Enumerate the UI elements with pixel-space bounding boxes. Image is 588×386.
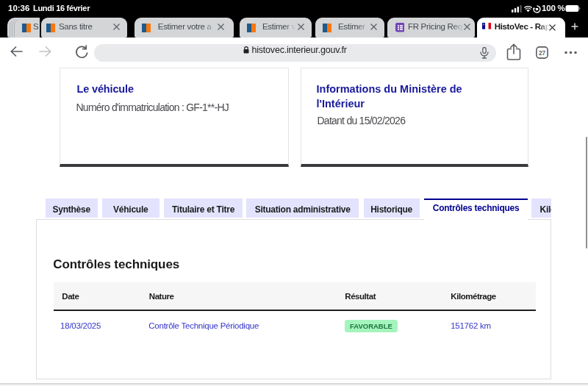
svg-text:27: 27 — [539, 50, 546, 57]
